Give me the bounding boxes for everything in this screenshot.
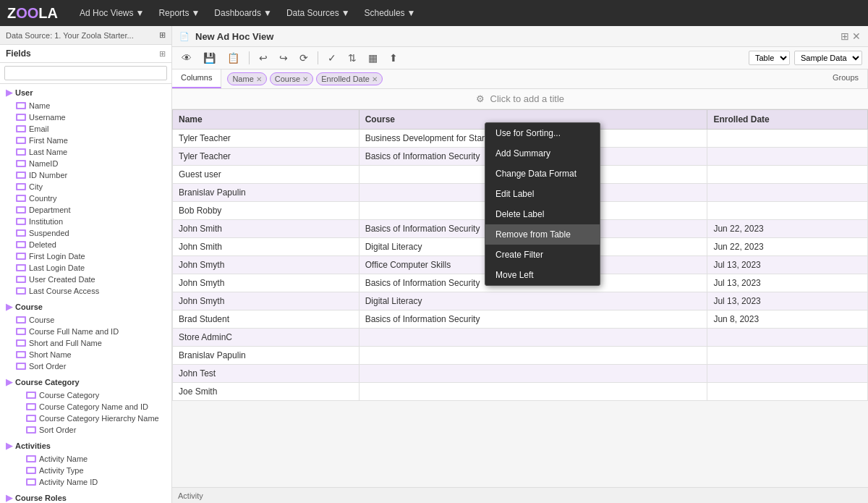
toolbar-sep2 <box>318 51 318 64</box>
redo-btn[interactable]: ↪ <box>276 50 292 66</box>
close-content-icon[interactable]: ✕ <box>852 30 861 42</box>
tree-item-lastlogin[interactable]: Last Login Date <box>0 262 171 274</box>
nav-data-sources[interactable]: Data Sources ▼ <box>286 8 350 18</box>
sort-btn[interactable]: ⇅ <box>344 50 360 66</box>
coursecatsortorder-icon <box>26 426 36 434</box>
tree-item-deleted[interactable]: Deleted <box>0 239 171 250</box>
tree-item-lastname[interactable]: Last Name <box>0 146 171 158</box>
check-btn[interactable]: ✓ <box>324 50 340 66</box>
ctx-move-left[interactable]: Move Left <box>485 265 600 285</box>
table-cell-enrolled: Jul 13, 2023 <box>707 292 868 310</box>
tree-item-sortorder[interactable]: Sort Order <box>0 360 171 372</box>
table-row: Branislav Papulin <box>173 347 868 365</box>
tree-group-coursecategory-header[interactable]: ▶ Course Category <box>0 375 171 389</box>
tree-group-course-header[interactable]: ▶ Course <box>0 300 171 314</box>
coursecategory-group-icon: ▶ <box>6 377 12 387</box>
table-cell-enrolled: Jul 13, 2023 <box>707 256 868 274</box>
ctx-edit-label[interactable]: Edit Label <box>485 184 600 204</box>
tree-item-suspended[interactable]: Suspended <box>0 227 171 239</box>
reset-btn[interactable]: ⟳ <box>296 50 312 66</box>
tree-group-activities: ▶ Activities Activity Name Activity Type… <box>0 437 171 489</box>
ctx-create-filter[interactable]: Create Filter <box>485 245 600 265</box>
table-cell-name: Brad Student <box>173 310 359 329</box>
export-btn[interactable]: ⬆ <box>386 50 401 66</box>
deleted-icon <box>16 241 26 248</box>
ctx-use-for-sorting[interactable]: Use for Sorting... <box>485 123 600 143</box>
filter-btn[interactable]: ▦ <box>365 50 381 66</box>
datasource-icon: 📄 <box>179 32 190 41</box>
tree-group-courseroles-header[interactable]: ▶ Course Roles <box>0 491 171 503</box>
nav-reports[interactable]: Reports ▼ <box>158 8 200 18</box>
tree-group-activities-header[interactable]: ▶ Activities <box>0 439 171 453</box>
nav-dashboards[interactable]: Dashboards ▼ <box>214 8 272 18</box>
undo-btn[interactable]: ↩ <box>255 50 271 66</box>
tree-item-coursecategory[interactable]: Course Category <box>0 389 171 401</box>
ctx-remove-from-table[interactable]: Remove from Table <box>485 224 600 245</box>
tree-item-department[interactable]: Department <box>0 204 171 216</box>
tree-item-shortfull[interactable]: Short and Full Name <box>0 337 171 349</box>
save-btn[interactable]: 💾 <box>200 50 219 66</box>
course-group-icon: ▶ <box>6 302 12 312</box>
fields-action-icon[interactable]: ⊞ <box>159 49 166 59</box>
nav-schedules[interactable]: Schedules ▼ <box>365 8 416 18</box>
chip-name[interactable]: Name ✕ <box>227 72 266 85</box>
sidebar: Data Source: 1. Your Zoola Starter... ⊞ … <box>0 26 172 503</box>
table-cell-course <box>359 383 707 401</box>
user-group-label: User <box>15 88 33 97</box>
view-type-select[interactable]: Table Chart <box>749 51 790 65</box>
saveas-btn[interactable]: 📋 <box>224 50 243 66</box>
tree-item-coursefullid[interactable]: Course Full Name and ID <box>0 326 171 337</box>
tree-item-idnumber[interactable]: ID Number <box>0 169 171 181</box>
tree-item-coursecatsortorder[interactable]: Sort Order <box>0 424 171 436</box>
search-input[interactable] <box>4 66 167 80</box>
expand-icon[interactable]: ⊞ <box>159 30 166 40</box>
tree-item-activityname[interactable]: Activity Name <box>0 453 171 465</box>
idnumber-icon <box>16 172 26 179</box>
tab-groups[interactable]: Groups <box>824 69 868 88</box>
tree-item-activitytype[interactable]: Activity Type <box>0 465 171 476</box>
tree-item-usercreated[interactable]: User Created Date <box>0 274 171 285</box>
coursefullid-icon <box>16 328 26 335</box>
chip-enrolleddate[interactable]: Enrolled Date ✕ <box>316 72 383 85</box>
table-row: Store AdminC <box>173 329 868 347</box>
table-cell-name: John Smyth <box>173 274 359 292</box>
tree-item-nameid[interactable]: NameID <box>0 158 171 169</box>
tree-item-course[interactable]: Course <box>0 314 171 326</box>
tree-item-email[interactable]: Email <box>0 123 171 135</box>
nav-adhoc-views[interactable]: Ad Hoc Views ▼ <box>80 8 144 18</box>
tree-item-firstlogin[interactable]: First Login Date <box>0 250 171 262</box>
tree-item-coursecathierarchy[interactable]: Course Category Hierarchy Name <box>0 413 171 424</box>
chip-course[interactable]: Course ✕ <box>270 72 313 85</box>
tab-columns[interactable]: Columns <box>172 69 221 88</box>
table-row: Brad StudentBasics of Information Securi… <box>173 310 868 329</box>
tree-item-name[interactable]: Name <box>0 100 171 111</box>
col-header-name[interactable]: Name <box>173 110 359 130</box>
tree-item-username[interactable]: Username <box>0 111 171 123</box>
tree-item-shortname[interactable]: Short Name <box>0 349 171 360</box>
preview-btn[interactable]: 👁 <box>178 50 195 66</box>
tree-item-activitynameid[interactable]: Activity Name ID <box>0 476 171 488</box>
tree-item-coursecatnameid[interactable]: Course Category Name and ID <box>0 401 171 413</box>
tree-group-course: ▶ Course Course Course Full Name and ID … <box>0 298 171 373</box>
title-row: ⚙ Click to add a title <box>172 89 868 109</box>
chip-enrolleddate-remove[interactable]: ✕ <box>372 75 378 83</box>
coursecathierarchy-icon <box>26 415 36 422</box>
tree-item-firstname[interactable]: First Name <box>0 135 171 146</box>
ctx-change-data-format[interactable]: Change Data Format <box>485 164 600 184</box>
datasource-label: Data Source: 1. Your Zoola Starter... <box>6 31 134 40</box>
title-placeholder[interactable]: Click to add a title <box>490 93 565 104</box>
tree-item-lastcourse[interactable]: Last Course Access <box>0 285 171 297</box>
chip-name-remove[interactable]: ✕ <box>256 75 262 83</box>
tree-group-user-header[interactable]: ▶ User <box>0 85 171 100</box>
tree-item-city[interactable]: City <box>0 181 171 193</box>
col-header-enrolleddate[interactable]: Enrolled Date <box>707 110 868 130</box>
ctx-add-summary[interactable]: Add Summary <box>485 143 600 164</box>
tree-item-country[interactable]: Country <box>0 193 171 204</box>
activities-group-icon: ▶ <box>6 441 12 451</box>
data-mode-select[interactable]: Sample Data Full Data <box>794 51 862 65</box>
lastname-icon <box>16 148 26 156</box>
expand-content-icon[interactable]: ⊞ <box>841 30 849 42</box>
ctx-delete-label[interactable]: Delete Label <box>485 204 600 224</box>
chip-course-remove[interactable]: ✕ <box>302 75 308 83</box>
tree-item-institution[interactable]: Institution <box>0 216 171 227</box>
